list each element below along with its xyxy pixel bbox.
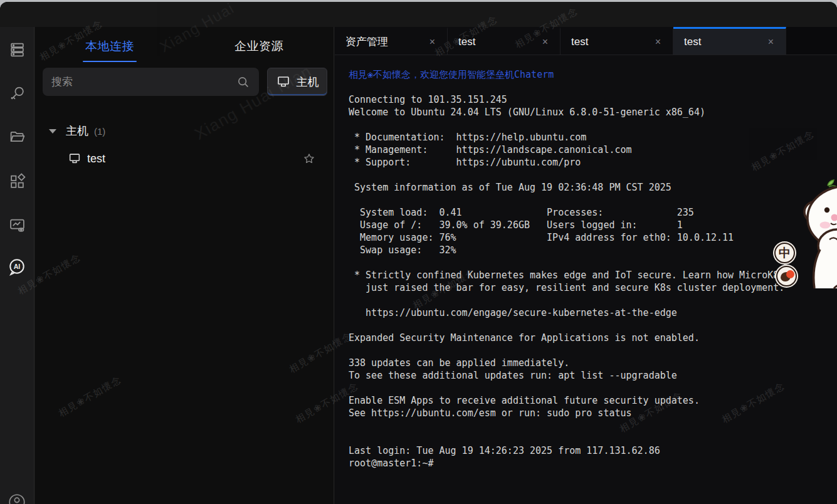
tree-group-label: 主机 (66, 123, 88, 139)
terminal-tab-label: test (684, 36, 701, 48)
terminal-line (349, 81, 837, 93)
terminal-line (349, 169, 837, 181)
activity-bar: AI (0, 27, 34, 504)
laptop-icon (68, 152, 82, 165)
tree-group-count: (1) (94, 126, 105, 137)
tree-group-hosts[interactable]: 主机 (1) (35, 120, 334, 142)
search-box (43, 68, 259, 96)
host-label: test (87, 152, 105, 165)
close-icon[interactable]: × (540, 35, 550, 49)
terminal-tabbar: 资产管理 × test × test × test × (335, 27, 837, 55)
tab-local-connections[interactable]: 本地连接 (35, 33, 184, 62)
terminal-line (349, 382, 837, 394)
terminal-line: System information as of Tue Aug 19 02:3… (349, 181, 837, 194)
search-icon (236, 75, 250, 89)
monitor-chart-icon[interactable] (7, 215, 27, 235)
terminal-line: See https://ubuntu.com/esm or run: sudo … (349, 407, 837, 419)
terminal-line (349, 294, 837, 307)
terminal-tab[interactable]: test × (561, 27, 673, 55)
terminal-tab-label: test (571, 36, 588, 48)
terminal-line (349, 419, 837, 432)
terminal-line: * Strictly confined Kubernetes makes edg… (349, 269, 837, 281)
user-icon[interactable] (7, 492, 27, 504)
chaterm-window: AI 本地连接 企业资源 (0, 2, 837, 504)
close-icon[interactable]: × (766, 35, 776, 49)
apps-icon[interactable] (7, 171, 27, 191)
terminal-line: Usage of /: 39.0% of 39.26GB Users logge… (349, 219, 837, 231)
terminal-line: Expanded Security Maintenance for Applic… (349, 332, 837, 344)
terminal-output[interactable]: 相見❀不如懷念，欢迎您使用智能堡垒机ChatermConnecting to 1… (335, 55, 837, 504)
key-icon[interactable] (7, 83, 27, 103)
tab-enterprise-resources[interactable]: 企业资源 (184, 33, 334, 62)
terminal-line: * Management: https://landscape.canonica… (349, 144, 837, 156)
host-filter-button[interactable]: 主机 (267, 68, 327, 96)
server-list-icon[interactable] (7, 39, 27, 60)
connections-panel: 本地连接 企业资源 主机 (35, 27, 334, 504)
terminal-area: 资产管理 × test × test × test × 相見❀不如懷念，欢迎您使… (335, 27, 837, 504)
folder-icon[interactable] (7, 127, 27, 147)
tree-item-host[interactable]: test (35, 147, 334, 170)
terminal-line: Memory usage: 76% IPv4 address for eth0:… (349, 231, 837, 244)
terminal-line: * Support: https://ubuntu.com/pro (349, 156, 837, 169)
search-input[interactable] (51, 76, 236, 88)
terminal-tab[interactable]: 资产管理 × (335, 27, 448, 55)
terminal-line (349, 194, 837, 206)
terminal-line (349, 256, 837, 269)
app-window: AI 本地连接 企业资源 (0, 0, 837, 504)
terminal-line: Last login: Tue Aug 19 14:26:23 2025 fro… (349, 444, 837, 457)
terminal-line: System load: 0.41 Processes: 235 (349, 206, 837, 219)
host-tree: 主机 (1) test (35, 120, 334, 170)
star-icon[interactable] (303, 152, 315, 168)
terminal-line: * Documentation: https://help.ubuntu.com (349, 131, 837, 144)
terminal-line: https://ubuntu.com/engage/secure-kuberne… (349, 307, 837, 319)
svg-text:AI: AI (14, 263, 21, 270)
terminal-line: Connecting to 101.35.151.245 (349, 93, 837, 106)
laptop-icon (276, 75, 291, 90)
terminal-line: 相見❀不如懷念，欢迎您使用智能堡垒机Chaterm (349, 68, 837, 81)
terminal-tab-label: test (458, 36, 475, 48)
tree-items: test (35, 147, 334, 170)
terminal-line: Swap usage: 32% (349, 244, 837, 256)
close-icon[interactable]: × (653, 35, 663, 49)
terminal-line: just raised the bar for easy, resilient … (349, 281, 837, 294)
terminal-line (349, 344, 837, 357)
close-icon[interactable]: × (427, 35, 438, 49)
title-bar[interactable] (0, 2, 837, 27)
terminal-line: Enable ESM Apps to receive additional fu… (349, 394, 837, 407)
terminal-line (349, 432, 837, 444)
panel-tabs: 本地连接 企业资源 (35, 27, 334, 62)
chevron-down-icon (49, 129, 56, 134)
terminal-line: To see these additional updates run: apt… (349, 369, 837, 382)
terminal-line (349, 319, 837, 332)
terminal-tab[interactable]: test × (448, 27, 561, 55)
terminal-tab[interactable]: test × (673, 27, 786, 55)
host-button-label: 主机 (297, 75, 319, 90)
terminal-line: Welcome to Ubuntu 24.04 LTS (GNU/Linux 6… (349, 106, 837, 118)
terminal-line: root@master1:~# (349, 457, 837, 470)
terminal-line: 338 updates can be applied immediately. (349, 357, 837, 369)
ai-assistant-icon[interactable]: AI (7, 257, 27, 277)
terminal-tab-label: 资产管理 (345, 34, 388, 49)
terminal-line (349, 118, 837, 131)
